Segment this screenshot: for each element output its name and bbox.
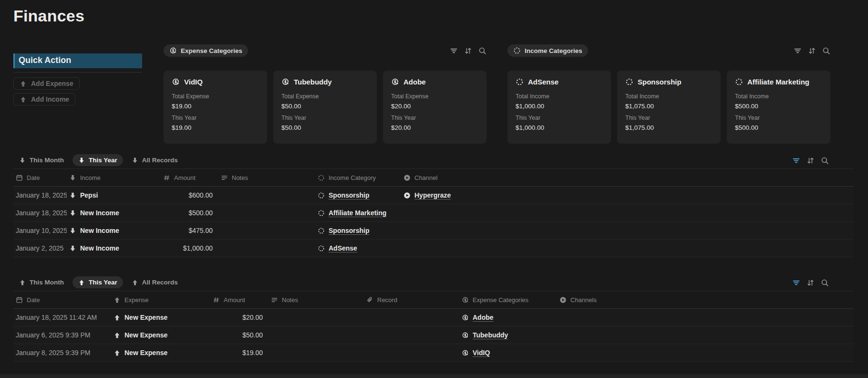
column-header-expense-categories[interactable]: Expense Categories	[459, 296, 557, 304]
category-card-tubebuddy[interactable]: Tubebuddy Total Expense $50.00 This Year…	[273, 71, 377, 144]
expense-tab-this-month[interactable]: This Month	[13, 276, 70, 288]
column-header-amount[interactable]: Amount	[204, 296, 269, 304]
income-name-cell[interactable]: Pepsi	[67, 191, 155, 199]
expense-category-link[interactable]: Adobe	[473, 314, 494, 321]
card-field-label: This Year	[281, 115, 369, 121]
card-field-label: This Year	[735, 115, 822, 121]
category-card-affiliate-marketing[interactable]: Affiliate Marketing Total Income $500.00…	[727, 71, 830, 144]
cycle-dollar-icon	[462, 332, 469, 339]
expense-name-cell[interactable]: New Expense	[111, 314, 204, 321]
column-header-channels[interactable]: Channels	[557, 296, 854, 304]
column-label: Record	[377, 296, 397, 304]
income-name: Pepsi	[80, 191, 98, 199]
expense-row[interactable]: January 18, 2025 11:42 AM New Expense $2…	[13, 309, 854, 326]
channel-link[interactable]: Hypergraze	[414, 191, 451, 199]
window-bottom-strip	[0, 374, 868, 378]
sort-icon[interactable]	[464, 47, 472, 55]
sort-icon[interactable]	[806, 279, 815, 287]
income-category-link[interactable]: Sponsorship	[329, 191, 370, 199]
cycle-dollar-icon	[462, 296, 469, 304]
amount-cell: $20.00	[204, 314, 269, 321]
income-categories-view-tab[interactable]: Income Categories	[507, 44, 588, 57]
calendar-icon	[16, 296, 23, 304]
card-field-label: Total Income	[625, 93, 713, 100]
income-table-section: This Month This Year All Records Date	[13, 154, 854, 257]
income-row[interactable]: January 10, 2025 New Income $475.00 Spon…	[13, 222, 854, 240]
expense-row[interactable]: January 6, 2025 9:39 PM New Expense $50.…	[13, 326, 854, 344]
filter-icon[interactable]	[792, 279, 800, 287]
column-header-income-category[interactable]: Income Category	[315, 174, 401, 181]
play-icon	[403, 192, 411, 199]
column-header-channel[interactable]: Channel	[401, 174, 854, 181]
expense-category-cell[interactable]: Adobe	[459, 314, 557, 321]
expense-tab-this-year[interactable]: This Year	[72, 276, 123, 288]
income-name-cell[interactable]: New Income	[67, 227, 155, 234]
income-category-link[interactable]: AdSense	[329, 244, 357, 252]
income-row[interactable]: January 2, 2025 New Income $1,000.00 AdS…	[13, 240, 854, 257]
column-header-expense[interactable]: Expense	[111, 296, 204, 304]
search-icon[interactable]	[821, 279, 829, 287]
dashed-circle-icon	[318, 245, 325, 252]
dashed-circle-icon	[513, 47, 521, 54]
expense-tab-all-records[interactable]: All Records	[126, 276, 184, 288]
income-tab-all-records[interactable]: All Records	[126, 154, 184, 166]
search-icon[interactable]	[478, 47, 486, 55]
tab-label: This Year	[89, 157, 117, 164]
income-category-cell[interactable]: Affiliate Marketing	[315, 209, 401, 217]
income-row[interactable]: January 18, 2025 Pepsi $600.00 Sponsorsh…	[13, 187, 854, 204]
column-header-notes[interactable]: Notes	[218, 174, 315, 181]
expense-categories-view-tab[interactable]: Expense Categories	[164, 44, 248, 57]
card-title: Adobe	[403, 78, 426, 86]
category-card-adsense[interactable]: AdSense Total Income $1,000.00 This Year…	[507, 71, 611, 144]
expense-category-cell[interactable]: Tubebuddy	[459, 331, 557, 339]
column-label: Expense	[124, 296, 149, 304]
channel-cell[interactable]: Hypergraze	[401, 191, 854, 199]
add-income-button[interactable]: Add Income	[13, 93, 75, 105]
tab-label: This Month	[30, 279, 64, 286]
column-header-date[interactable]: Date	[13, 296, 111, 304]
filter-icon[interactable]	[450, 47, 458, 55]
income-category-link[interactable]: Affiliate Marketing	[329, 209, 386, 217]
column-header-income[interactable]: Income	[67, 174, 155, 181]
income-name-cell[interactable]: New Income	[67, 209, 155, 217]
expense-categories-gallery: Expense Categories VidIQ Total Expense $…	[164, 44, 486, 144]
income-name-cell[interactable]: New Income	[67, 244, 155, 252]
arrow-down-icon	[69, 245, 76, 252]
income-category-cell[interactable]: Sponsorship	[315, 191, 401, 199]
filter-icon[interactable]	[792, 157, 800, 165]
arrow-down-icon	[19, 157, 26, 164]
income-category-cell[interactable]: AdSense	[315, 244, 401, 252]
expense-category-link[interactable]: Tubebuddy	[473, 331, 508, 339]
card-field-value: $1,000.00	[516, 124, 603, 131]
income-category-link[interactable]: Sponsorship	[329, 227, 370, 234]
finances-page: Finances Quick Action Add Expense Add In…	[0, 0, 868, 378]
category-card-sponsorship[interactable]: Sponsorship Total Income $1,075.00 This …	[617, 71, 721, 144]
card-field-value: $20.00	[391, 103, 478, 110]
income-row[interactable]: January 18, 2025 New Income $500.00 Affi…	[13, 204, 854, 222]
expense-name-cell[interactable]: New Expense	[111, 349, 204, 357]
search-icon[interactable]	[821, 157, 829, 165]
column-header-notes[interactable]: Notes	[269, 296, 364, 304]
sort-icon[interactable]	[806, 157, 815, 165]
card-field-value: $50.00	[281, 103, 369, 110]
income-category-cell[interactable]: Sponsorship	[315, 227, 401, 234]
search-icon[interactable]	[822, 47, 830, 55]
column-header-amount[interactable]: Amount	[155, 174, 218, 181]
income-tab-this-year[interactable]: This Year	[72, 154, 123, 166]
category-card-vidiq[interactable]: VidIQ Total Expense $19.00 This Year $19…	[164, 71, 267, 144]
column-header-record[interactable]: Record	[364, 296, 459, 304]
category-card-adobe[interactable]: Adobe Total Expense $20.00 This Year $20…	[383, 71, 486, 144]
expense-row[interactable]: January 8, 2025 9:39 PM New Expense $19.…	[13, 344, 854, 362]
expense-category-link[interactable]: VidIQ	[473, 349, 490, 357]
arrow-down-icon	[69, 227, 76, 234]
card-field-label: This Year	[625, 115, 713, 121]
expense-category-cell[interactable]: VidIQ	[459, 349, 557, 357]
filter-icon[interactable]	[794, 47, 802, 55]
card-title: Sponsorship	[638, 78, 682, 86]
column-header-date[interactable]: Date	[13, 174, 67, 181]
add-expense-button[interactable]: Add Expense	[13, 77, 80, 90]
expense-name-cell[interactable]: New Expense	[111, 331, 204, 339]
arrow-up-icon	[19, 279, 26, 286]
income-tab-this-month[interactable]: This Month	[13, 154, 70, 166]
sort-icon[interactable]	[808, 47, 816, 55]
